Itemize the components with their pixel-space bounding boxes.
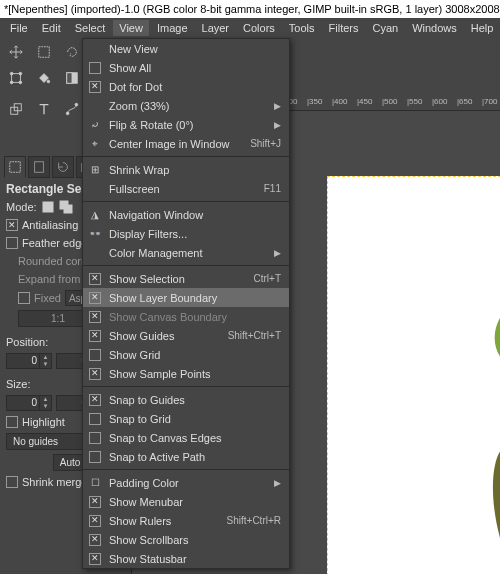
path-tool-icon[interactable]: [62, 99, 82, 119]
mode-add-icon[interactable]: [59, 200, 73, 214]
menu-item-zoom-33[interactable]: Zoom (33%)▶: [83, 96, 289, 115]
submenu-arrow-icon: ▶: [274, 101, 281, 111]
menu-item-snap-to-active-path[interactable]: Snap to Active Path: [83, 447, 289, 466]
menu-item-snap-to-canvas-edges[interactable]: Snap to Canvas Edges: [83, 428, 289, 447]
menu-item-label: Flip & Rotate (0°): [109, 119, 268, 131]
menu-item-label: Fullscreen: [109, 183, 258, 195]
menu-item-shrink-wrap[interactable]: ⊞Shrink Wrap: [83, 160, 289, 179]
menu-item-show-canvas-boundary: Show Canvas Boundary: [83, 307, 289, 326]
menu-item-icon: [87, 349, 103, 361]
menu-checkbox-icon: [89, 349, 101, 361]
shrink-merged-checkbox[interactable]: [6, 476, 18, 488]
menu-item-flip-rotate-0[interactable]: ⤾Flip & Rotate (0°)▶: [83, 115, 289, 134]
menu-item-label: New View: [109, 43, 281, 55]
menu-item-show-sample-points[interactable]: Show Sample Points: [83, 364, 289, 383]
menu-item-icon: [87, 394, 103, 406]
transform-tool-icon[interactable]: [6, 68, 26, 88]
menu-tools[interactable]: Tools: [283, 20, 321, 36]
menu-layer[interactable]: Layer: [196, 20, 236, 36]
menu-view[interactable]: View: [113, 20, 149, 36]
menu-checkbox-icon: [89, 330, 101, 342]
text-tool-icon[interactable]: [34, 99, 54, 119]
svg-rect-16: [35, 162, 44, 173]
menu-item-label: Show Sample Points: [109, 368, 281, 380]
menu-cyan[interactable]: Cyan: [366, 20, 404, 36]
menu-item-show-scrollbars[interactable]: Show Scrollbars: [83, 530, 289, 549]
menu-item-label: Display Filters...: [109, 228, 281, 240]
menu-item-icon: [87, 330, 103, 342]
fixed-checkbox[interactable]: [18, 292, 30, 304]
menu-item-fullscreen[interactable]: FullscreenF11: [83, 179, 289, 198]
devices-tab-icon[interactable]: [28, 156, 50, 178]
antialiasing-checkbox[interactable]: [6, 219, 18, 231]
menu-help[interactable]: Help: [465, 20, 500, 36]
menu-item-label: Show Scrollbars: [109, 534, 281, 546]
menu-file[interactable]: File: [4, 20, 34, 36]
menu-item-label: Show Statusbar: [109, 553, 281, 565]
svg-point-6: [47, 80, 50, 83]
menu-item-dot-for-dot[interactable]: Dot for Dot: [83, 77, 289, 96]
history-tab-icon[interactable]: [52, 156, 74, 178]
menu-item-show-guides[interactable]: Show GuidesShift+Ctrl+T: [83, 326, 289, 345]
bucket-tool-icon[interactable]: [34, 68, 54, 88]
menu-windows[interactable]: Windows: [406, 20, 463, 36]
menu-item-show-statusbar[interactable]: Show Statusbar: [83, 549, 289, 568]
move-tool-icon[interactable]: [6, 42, 26, 62]
menu-item-label: Snap to Guides: [109, 394, 281, 406]
menu-item-show-menubar[interactable]: Show Menubar: [83, 492, 289, 511]
size-w-spinner[interactable]: 0▲▼: [6, 395, 52, 411]
menu-item-show-selection[interactable]: Show SelectionCtrl+T: [83, 269, 289, 288]
freeselect-tool-icon[interactable]: [62, 42, 82, 62]
menu-filters[interactable]: Filters: [323, 20, 365, 36]
menu-item-center-image-in-window[interactable]: ⌖Center Image in WindowShift+J: [83, 134, 289, 153]
highlight-checkbox[interactable]: [6, 416, 18, 428]
menu-item-icon: [87, 534, 103, 546]
tool-options-tab-icon[interactable]: [4, 156, 26, 178]
menu-item-snap-to-guides[interactable]: Snap to Guides: [83, 390, 289, 409]
menu-item-label: Show Canvas Boundary: [109, 311, 281, 323]
menu-separator: [83, 156, 289, 157]
menu-item-color-management[interactable]: Color Management▶: [83, 243, 289, 262]
menu-image[interactable]: Image: [151, 20, 194, 36]
menu-item-show-all[interactable]: Show All: [83, 58, 289, 77]
menu-checkbox-icon: [89, 311, 101, 323]
position-label: Position:: [6, 336, 48, 348]
menu-item-display-filters[interactable]: 👓Display Filters...: [83, 224, 289, 243]
menu-item-label: Zoom (33%): [109, 100, 268, 112]
menu-item-icon: [87, 413, 103, 425]
menu-item-icon: 👓: [87, 228, 103, 239]
menu-item-show-rulers[interactable]: Show RulersShift+Ctrl+R: [83, 511, 289, 530]
menu-item-show-grid[interactable]: Show Grid: [83, 345, 289, 364]
svg-rect-1: [12, 74, 21, 83]
menu-checkbox-icon: [89, 413, 101, 425]
svg-point-4: [10, 81, 13, 84]
menu-item-navigation-window[interactable]: ◮Navigation Window: [83, 205, 289, 224]
gradient-tool-icon[interactable]: [62, 68, 82, 88]
menu-item-padding-color[interactable]: ☐Padding Color▶: [83, 473, 289, 492]
menu-item-icon: [87, 311, 103, 323]
menu-separator: [83, 386, 289, 387]
menu-item-label: Snap to Canvas Edges: [109, 432, 281, 444]
menu-edit[interactable]: Edit: [36, 20, 67, 36]
pos-x-spinner[interactable]: 0▲▼: [6, 353, 52, 369]
mode-replace-icon[interactable]: [41, 200, 55, 214]
svg-point-11: [66, 112, 69, 115]
feather-checkbox[interactable]: [6, 237, 18, 249]
window-titlebar: *[Nepenthes] (imported)-1.0 (RGB color 8…: [0, 0, 500, 18]
menu-item-icon: [87, 451, 103, 463]
antialiasing-label: Antialiasing: [22, 219, 78, 231]
menu-item-label: Show Grid: [109, 349, 281, 361]
plant-image-content: [358, 257, 500, 574]
ruler-tick: |350: [307, 97, 322, 106]
menu-item-show-layer-boundary[interactable]: Show Layer Boundary: [83, 288, 289, 307]
clone-tool-icon[interactable]: [6, 99, 26, 119]
menu-item-new-view[interactable]: New View: [83, 39, 289, 58]
ruler-tick: |700: [482, 97, 497, 106]
menu-item-snap-to-grid[interactable]: Snap to Grid: [83, 409, 289, 428]
fixed-label: Fixed: [34, 292, 61, 304]
rect-select-tool-icon[interactable]: [34, 42, 54, 62]
menu-colors[interactable]: Colors: [237, 20, 281, 36]
menu-select[interactable]: Select: [69, 20, 112, 36]
menu-item-icon: ⊞: [87, 164, 103, 175]
menu-item-label: Center Image in Window: [109, 138, 244, 150]
